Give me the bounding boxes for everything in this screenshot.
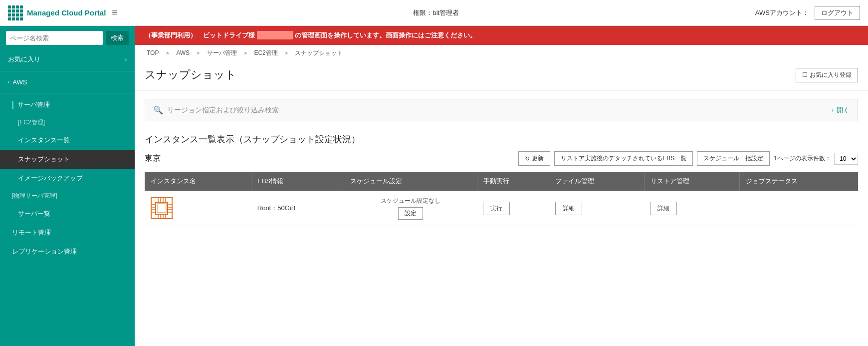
sidebar-search-button[interactable]: 検索	[106, 31, 129, 45]
svg-rect-0	[156, 202, 168, 214]
search-input-area: 🔍 リージョン指定および絞り込み検索	[153, 105, 279, 115]
cell-job-status	[739, 191, 858, 226]
table-body: Root：50GiB スケジュール設定なし 設定 実行	[145, 191, 858, 226]
page-title-area: スナップショット ☐ お気に入り登録	[135, 61, 868, 91]
tokyo-actions: ↻ 更新 リストア実施後のデタッチされているEBS一覧 スケジュール一括設定 1…	[518, 151, 858, 166]
content-area: （事業部門利用） ビットドライブ様 の管理画面を操作しています。画面操作にはご注…	[135, 26, 868, 346]
breadcrumb-snapshot: スナップショット	[295, 49, 343, 56]
sidebar-divider-1	[0, 71, 135, 71]
schedule-set-button[interactable]: 設定	[398, 207, 423, 220]
svg-rect-1	[157, 204, 166, 213]
breadcrumb-sep-1: ＞	[165, 49, 172, 56]
remote-management-label: リモート管理	[12, 228, 51, 237]
col-restore-management: リストア管理	[644, 172, 739, 191]
replication-label: レプリケーション管理	[12, 247, 77, 256]
col-file-management: ファイル管理	[549, 172, 645, 191]
alert-highlight	[257, 31, 293, 39]
main-layout: 検索 お気に入り › ‹ AWS サーバ管理 [EC2管理] インスタンス一覧 …	[0, 26, 868, 346]
aws-label: AWS	[12, 78, 27, 86]
sidebar-item-aws[interactable]: ‹ AWS	[0, 73, 135, 91]
sidebar-item-physical-server: [物理サーバ管理]	[0, 188, 135, 204]
breadcrumb-sep-4: ＞	[283, 49, 291, 56]
logo-text: Managed Cloud Portal	[27, 8, 106, 17]
breadcrumb-ec2[interactable]: EC2管理	[254, 49, 277, 56]
logo-grid	[8, 5, 23, 20]
ebs-list-button[interactable]: リストア実施後のデタッチされているEBS一覧	[554, 151, 693, 166]
expand-button[interactable]: + 開く	[831, 106, 850, 115]
schedule-batch-button[interactable]: スケジュール一括設定	[697, 151, 770, 166]
logo-area: Managed Cloud Portal	[8, 5, 106, 20]
cell-schedule: スケジュール設定なし 設定	[344, 191, 477, 226]
search-section: 🔍 リージョン指定および絞り込み検索 + 開く	[145, 99, 858, 121]
cell-restore-management: 詳細	[644, 191, 739, 226]
refresh-button[interactable]: ↻ 更新	[518, 151, 550, 166]
section-title: インスタンス一覧表示（スナップショット設定状況）	[135, 129, 868, 151]
refresh-button-label: 更新	[532, 154, 544, 163]
favorites-arrow: ›	[125, 57, 127, 62]
data-table: インスタンス名 EBS情報 スケジュール設定 手動実行 ファイル管理 リストア管…	[145, 172, 858, 226]
physical-server-label: [物理サーバ管理]	[12, 192, 57, 200]
file-detail-button[interactable]: 詳細	[555, 202, 582, 215]
execute-button[interactable]: 実行	[483, 202, 510, 215]
breadcrumb-sep-3: ＞	[242, 49, 250, 56]
tokyo-header: 東京 ↻ 更新 リストア実施後のデタッチされているEBS一覧 スケジュール一括設…	[145, 151, 858, 166]
instance-list-label: インスタンス一覧	[18, 136, 70, 145]
instance-icon	[151, 197, 173, 219]
sidebar-item-snapshot[interactable]: スナップショット	[0, 150, 135, 169]
top-header: Managed Cloud Portal ≡ 権限：bit管理者 AWSアカウン…	[0, 0, 868, 26]
col-ebs-info: EBS情報	[251, 172, 344, 191]
active-bar	[12, 101, 13, 109]
breadcrumb: TOP ＞ AWS ＞ サーバ管理 ＞ EC2管理 ＞ スナップショット	[135, 45, 868, 61]
header-left: Managed Cloud Portal ≡	[8, 5, 117, 20]
sidebar-item-image-backup[interactable]: イメージバックアップ	[0, 169, 135, 188]
sidebar-item-instance-list[interactable]: インスタンス一覧	[0, 131, 135, 150]
header-right: AWSアカウント： ログアウト	[755, 6, 860, 20]
sidebar-item-replication[interactable]: レプリケーション管理	[0, 242, 135, 261]
page-content: TOP ＞ AWS ＞ サーバ管理 ＞ EC2管理 ＞ スナップショット スナッ…	[135, 45, 868, 346]
sidebar-item-favorites[interactable]: お気に入り ›	[0, 50, 135, 69]
alert-prefix: （事業部門利用） ビットドライブ様	[145, 31, 255, 39]
bookmark-icon: ☐	[802, 71, 808, 78]
breadcrumb-sep-2: ＞	[195, 49, 203, 56]
col-job-status: ジョブステータス	[739, 172, 858, 191]
tokyo-area: 東京 ↻ 更新 リストア実施後のデタッチされているEBS一覧 スケジュール一括設…	[135, 151, 868, 236]
col-manual-exec: 手動実行	[477, 172, 549, 191]
sidebar-item-server-list[interactable]: サーバー覧	[0, 204, 135, 223]
sidebar-item-server-management[interactable]: サーバ管理	[0, 95, 135, 114]
page-title: スナップショット	[145, 67, 236, 82]
per-page-label: 1ページの表示件数：	[774, 154, 831, 163]
sidebar-item-remote-management[interactable]: リモート管理	[0, 223, 135, 242]
region-title: 東京	[145, 153, 161, 164]
table-header: インスタンス名 EBS情報 スケジュール設定 手動実行 ファイル管理 リストア管…	[145, 172, 858, 191]
refresh-icon: ↻	[525, 155, 530, 162]
aws-arrow-icon: ‹	[8, 79, 9, 85]
sidebar-item-ec2-management: [EC2管理]	[0, 114, 135, 131]
table-header-row: インスタンス名 EBS情報 スケジュール設定 手動実行 ファイル管理 リストア管…	[145, 172, 858, 191]
sidebar-divider-2	[0, 93, 135, 93]
sidebar: 検索 お気に入り › ‹ AWS サーバ管理 [EC2管理] インスタンス一覧 …	[0, 26, 135, 346]
per-page-area: 1ページの表示件数： 10 20 50	[774, 153, 858, 165]
breadcrumb-top[interactable]: TOP	[147, 49, 159, 56]
cell-ebs-info: Root：50GiB	[251, 191, 344, 226]
sidebar-search-input[interactable]	[6, 31, 103, 45]
breadcrumb-aws[interactable]: AWS	[176, 49, 190, 56]
hamburger-icon[interactable]: ≡	[112, 7, 117, 18]
search-placeholder-text[interactable]: リージョン指定および絞り込み検索	[167, 106, 279, 115]
schedule-none-text: スケジュール設定なし	[350, 197, 471, 205]
logout-button[interactable]: ログアウト	[815, 6, 860, 20]
per-page-select[interactable]: 10 20 50	[834, 153, 858, 165]
col-schedule: スケジュール設定	[344, 172, 477, 191]
snapshot-label: スナップショット	[18, 155, 70, 164]
favorites-label: お気に入り	[8, 55, 40, 64]
chip-svg	[152, 198, 172, 218]
aws-account-label: AWSアカウント：	[755, 8, 809, 17]
favorite-button[interactable]: ☐ お気に入り登録	[796, 68, 858, 82]
cell-file-management: 詳細	[549, 191, 645, 226]
breadcrumb-server[interactable]: サーバ管理	[207, 49, 237, 56]
restore-detail-button[interactable]: 詳細	[650, 202, 677, 215]
image-backup-label: イメージバックアップ	[18, 174, 83, 183]
cell-instance-name	[145, 191, 251, 226]
alert-suffix: の管理画面を操作しています。画面操作にはご注意ください。	[295, 31, 476, 39]
favorite-button-label: お気に入り登録	[810, 71, 852, 79]
table-row: Root：50GiB スケジュール設定なし 設定 実行	[145, 191, 858, 226]
